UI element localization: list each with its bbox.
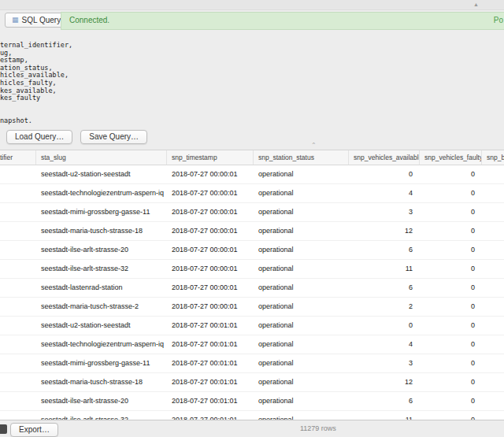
column-header-snp_station_status[interactable]: snp_station_status xyxy=(254,150,349,165)
cell-empty xyxy=(482,222,504,240)
cell-snp_timestamp: 2018-07-27 00:00:01 xyxy=(167,184,254,202)
cell-empty xyxy=(482,184,504,202)
cell-snp_timestamp: 2018-07-27 00:01:01 xyxy=(167,373,254,391)
cell-snp_timestamp: 2018-07-27 00:01:01 xyxy=(167,354,254,372)
sql-line: ug, xyxy=(0,50,504,57)
cell-sta_slug: seestadt-technologiezentrum-aspern-iq xyxy=(36,335,167,354)
cell-empty xyxy=(482,354,504,372)
save-query-button[interactable]: Save Query… xyxy=(80,130,147,144)
cell-snp_vehicles_available: 0 xyxy=(349,317,420,335)
cell-snp_vehicles_available: 6 xyxy=(349,241,420,259)
cell-snp_station_status: operational xyxy=(254,354,349,372)
cell-snp_station_status: operational xyxy=(254,222,349,240)
sql-line: kes_faulty xyxy=(0,94,504,102)
table-row[interactable]: seestadt-maria-tusch-strasse-182018-07-2… xyxy=(0,373,504,392)
cell-snp_vehicles_available: 6 xyxy=(349,392,420,410)
cell-snp_timestamp: 2018-07-27 00:00:01 xyxy=(167,165,254,183)
table-row[interactable]: seestadt-ilse-arlt-strasse-322018-07-27 … xyxy=(0,411,504,420)
column-header-snp_timestamp[interactable]: snp_timestamp xyxy=(167,150,254,165)
column-header-sta_slug[interactable]: sta_slug xyxy=(36,150,167,165)
cell-snp_vehicles_faulty: 0 xyxy=(420,222,482,240)
cell-sta_slug: seestadt-maria-tusch-strasse-18 xyxy=(36,373,167,391)
cell-empty xyxy=(482,298,504,316)
table-header-row: tifiersta_slugsnp_timestampsnp_station_s… xyxy=(0,150,504,165)
results-table: tifiersta_slugsnp_timestampsnp_station_s… xyxy=(0,150,504,420)
cell-empty xyxy=(0,165,36,183)
table-row[interactable]: seestadt-mimi-grossberg-gasse-112018-07-… xyxy=(0,203,504,222)
sql-editor[interactable]: ternal_identifier,ug,estamp,ation_status… xyxy=(0,31,504,129)
table-row[interactable]: seestadt-lastenrad-station2018-07-27 00:… xyxy=(0,279,504,298)
sql-line: napshot. xyxy=(0,117,504,125)
cell-snp_vehicles_faulty: 0 xyxy=(420,165,482,183)
cell-sta_slug: seestadt-mimi-grossberg-gasse-11 xyxy=(36,354,167,372)
cell-empty xyxy=(0,298,36,316)
cell-sta_slug: seestadt-lastenrad-station xyxy=(36,279,167,297)
cell-empty xyxy=(482,260,504,278)
cell-snp_station_status: operational xyxy=(254,392,349,410)
cell-empty xyxy=(0,354,36,372)
table-row[interactable]: seestadt-ilse-arlt-strasse-202018-07-27 … xyxy=(0,241,504,260)
table-row[interactable]: seestadt-ilse-arlt-strasse-322018-07-27 … xyxy=(0,260,504,279)
column-header-snp_vehicles_faulty[interactable]: snp_vehicles_faulty xyxy=(420,150,482,165)
sql-line: ation_status, xyxy=(0,65,504,72)
cell-empty xyxy=(0,279,36,297)
sql-line: estamp, xyxy=(0,57,504,65)
column-header-tifier[interactable]: tifier xyxy=(0,150,36,165)
cell-snp_station_status: operational xyxy=(254,317,349,335)
column-header-snp_b[interactable]: snp_b xyxy=(482,150,504,165)
cell-empty xyxy=(482,411,504,420)
cell-snp_vehicles_available: 3 xyxy=(349,354,420,372)
cell-empty xyxy=(482,241,504,259)
connection-right-label: Po xyxy=(494,16,503,24)
cell-empty xyxy=(0,184,36,202)
table-row[interactable]: seestadt-maria-tusch-strasse-22018-07-27… xyxy=(0,298,504,317)
cell-snp_vehicles_faulty: 0 xyxy=(420,373,482,391)
table-row[interactable]: seestadt-u2-station-seestadt2018-07-27 0… xyxy=(0,317,504,335)
cell-empty xyxy=(482,392,504,410)
export-button[interactable]: Export… xyxy=(10,423,58,437)
cell-empty xyxy=(482,317,504,335)
table-row[interactable]: seestadt-maria-tusch-strasse-182018-07-2… xyxy=(0,222,504,241)
table-row[interactable]: seestadt-ilse-arlt-strasse-202018-07-27 … xyxy=(0,392,504,411)
cell-snp_vehicles_faulty: 0 xyxy=(420,298,482,316)
table-row[interactable]: seestadt-mimi-grossberg-gasse-112018-07-… xyxy=(0,354,504,373)
cell-snp_vehicles_available: 4 xyxy=(349,184,420,202)
cell-empty xyxy=(0,222,36,240)
cell-snp_timestamp: 2018-07-27 00:00:01 xyxy=(167,241,254,259)
cell-empty xyxy=(0,241,36,259)
cell-snp_vehicles_faulty: 0 xyxy=(420,260,482,278)
cell-empty xyxy=(0,411,36,420)
cell-empty xyxy=(482,203,504,221)
cell-sta_slug: seestadt-technologiezentrum-aspern-iq xyxy=(36,184,167,202)
table-row[interactable]: seestadt-u2-station-seestadt2018-07-27 0… xyxy=(0,165,504,184)
cell-empty xyxy=(0,317,36,335)
cell-snp_station_status: operational xyxy=(254,373,349,391)
column-header-snp_vehicles_available[interactable]: snp_vehicles_available xyxy=(349,150,420,165)
grid-icon[interactable] xyxy=(0,424,7,434)
cell-sta_slug: seestadt-ilse-arlt-strasse-20 xyxy=(36,392,167,410)
cell-snp_station_status: operational xyxy=(254,184,349,202)
top-cutoff-strip: ▲ xyxy=(0,0,504,10)
sql-query-tab-label: SQL Query xyxy=(22,16,61,24)
cell-empty xyxy=(482,373,504,391)
cell-snp_vehicles_available: 11 xyxy=(349,411,420,420)
cell-snp_timestamp: 2018-07-27 00:01:01 xyxy=(167,335,254,354)
cell-snp_station_status: operational xyxy=(254,335,349,354)
cell-snp_vehicles_available: 6 xyxy=(349,279,420,297)
table-body: seestadt-u2-station-seestadt2018-07-27 0… xyxy=(0,165,504,420)
cell-snp_station_status: operational xyxy=(254,298,349,316)
cell-snp_timestamp: 2018-07-27 00:00:01 xyxy=(167,203,254,221)
cell-sta_slug: seestadt-u2-station-seestadt xyxy=(36,165,167,183)
sql-query-tab[interactable]: ▦ SQL Query xyxy=(5,13,68,28)
table-row[interactable]: seestadt-technologiezentrum-aspern-iq201… xyxy=(0,335,504,354)
cell-snp_timestamp: 2018-07-27 00:01:01 xyxy=(167,411,254,420)
load-query-button[interactable]: Load Query… xyxy=(6,130,72,144)
caret-icon: ⌃ xyxy=(311,142,317,149)
cell-snp_timestamp: 2018-07-27 00:01:01 xyxy=(167,392,254,410)
scroll-up-icon[interactable]: ▲ xyxy=(473,0,479,9)
cell-sta_slug: seestadt-ilse-arlt-strasse-20 xyxy=(36,241,167,259)
cell-empty xyxy=(0,335,36,354)
table-row[interactable]: seestadt-technologiezentrum-aspern-iq201… xyxy=(0,184,504,203)
cell-empty xyxy=(0,260,36,278)
cell-snp_vehicles_faulty: 0 xyxy=(420,317,482,335)
